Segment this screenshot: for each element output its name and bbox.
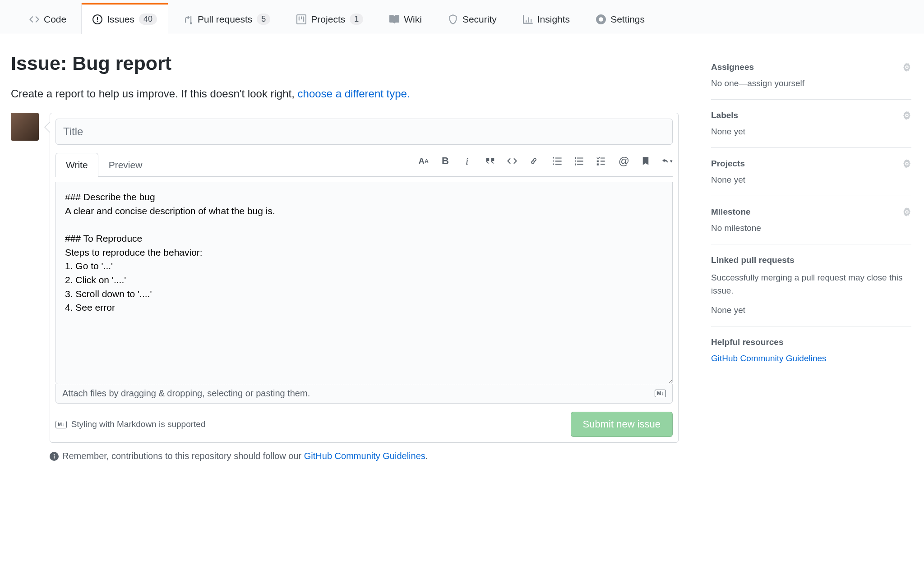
projects-title: Projects — [711, 159, 745, 169]
labels-body: None yet — [711, 127, 911, 137]
code-icon — [29, 14, 39, 24]
issue-opened-icon — [92, 14, 102, 24]
git-pull-request-icon — [183, 14, 193, 24]
saved-reply-icon[interactable] — [640, 156, 651, 166]
tab-wiki[interactable]: Wiki — [378, 4, 433, 34]
repo-tabnav: Code Issues 40 Pull requests 5 Projects … — [0, 3, 924, 34]
linkedpr-desc: Successfully merging a pull request may … — [711, 271, 911, 297]
tab-insights[interactable]: Insights — [512, 4, 581, 34]
sidebar-milestone: Milestone No milestone — [711, 207, 911, 244]
community-guidelines-link[interactable]: GitHub Community Guidelines — [711, 354, 827, 363]
gear-icon[interactable] — [902, 111, 911, 120]
contributing-note: Remember, contributions to this reposito… — [50, 451, 679, 461]
issue-editor: Write Preview AA B i — [50, 113, 679, 443]
issues-count: 40 — [139, 14, 157, 25]
shield-icon — [448, 14, 458, 24]
book-icon — [389, 14, 399, 24]
link-icon[interactable] — [528, 156, 539, 166]
mention-icon[interactable]: @ — [619, 156, 629, 166]
reply-icon[interactable]: ▾ — [662, 156, 673, 166]
ordered-list-icon[interactable] — [573, 156, 584, 166]
write-tab[interactable]: Write — [55, 153, 98, 177]
tab-security[interactable]: Security — [437, 4, 508, 34]
gear-icon[interactable] — [902, 63, 911, 72]
pr-count: 5 — [257, 14, 270, 25]
milestone-title: Milestone — [711, 207, 751, 217]
bold-icon[interactable]: B — [440, 156, 451, 166]
main-content: Issue: Bug report Create a report to hel… — [11, 52, 679, 461]
heading-icon[interactable]: AA — [418, 156, 429, 166]
helpful-title: Helpful resources — [711, 337, 784, 347]
submit-new-issue-button[interactable]: Submit new issue — [571, 412, 673, 437]
tab-label: Issues — [107, 14, 134, 25]
tab-settings[interactable]: Settings — [585, 4, 656, 34]
gear-icon[interactable] — [902, 207, 911, 216]
tab-label: Wiki — [404, 14, 422, 25]
tab-pullrequests[interactable]: Pull requests 5 — [172, 3, 282, 34]
tab-label: Security — [462, 14, 497, 25]
tab-label: Insights — [537, 14, 570, 25]
assignees-title: Assignees — [711, 62, 754, 72]
quote-icon[interactable] — [485, 156, 496, 166]
avatar[interactable] — [11, 113, 39, 141]
project-icon — [296, 14, 306, 24]
linkedpr-body: None yet — [711, 305, 911, 315]
assignees-body[interactable]: No one—assign yourself — [711, 78, 911, 88]
code-icon[interactable] — [507, 156, 517, 166]
sidebar-helpful: Helpful resources GitHub Community Guide… — [711, 337, 911, 363]
page-subtitle: Create a report to help us improve. If t… — [11, 87, 679, 100]
page-title: Issue: Bug report — [11, 52, 679, 80]
sidebar-labels: Labels None yet — [711, 110, 911, 148]
tab-issues[interactable]: Issues 40 — [81, 3, 168, 34]
italic-icon[interactable]: i — [462, 156, 472, 166]
labels-title: Labels — [711, 110, 738, 120]
tab-label: Projects — [311, 14, 345, 25]
tab-projects[interactable]: Projects 1 — [285, 3, 374, 34]
gear-icon[interactable] — [902, 159, 911, 168]
md-toolbar: AA B i — [418, 156, 673, 166]
issue-title-input[interactable] — [55, 119, 673, 145]
choose-different-type-link[interactable]: choose a different type. — [298, 87, 410, 100]
linkedpr-title: Linked pull requests — [711, 255, 795, 265]
tab-code[interactable]: Code — [18, 4, 78, 34]
sidebar-assignees: Assignees No one—assign yourself — [711, 62, 911, 100]
attach-files-dropzone[interactable]: Attach files by dragging & dropping, sel… — [55, 384, 673, 404]
markdown-icon: M↓ — [55, 421, 67, 428]
sidebar-projects: Projects None yet — [711, 159, 911, 196]
community-guidelines-link[interactable]: GitHub Community Guidelines — [304, 451, 425, 461]
issue-body-textarea[interactable] — [55, 182, 673, 384]
sidebar: Assignees No one—assign yourself Labels … — [711, 52, 911, 461]
milestone-body: No milestone — [711, 223, 911, 233]
projects-body: None yet — [711, 175, 911, 185]
tab-label: Pull requests — [198, 14, 252, 25]
markdown-icon: M↓ — [655, 390, 666, 397]
sidebar-linked-pr: Linked pull requests Successfully mergin… — [711, 255, 911, 326]
projects-count: 1 — [350, 14, 363, 25]
tab-label: Code — [44, 14, 66, 25]
preview-tab[interactable]: Preview — [98, 153, 153, 177]
graph-icon — [523, 14, 533, 24]
info-icon — [50, 452, 59, 461]
tab-label: Settings — [610, 14, 645, 25]
unordered-list-icon[interactable] — [552, 156, 563, 166]
gear-icon — [596, 14, 606, 24]
task-list-icon[interactable] — [595, 156, 606, 166]
markdown-supported[interactable]: M↓ Styling with Markdown is supported — [55, 419, 205, 429]
